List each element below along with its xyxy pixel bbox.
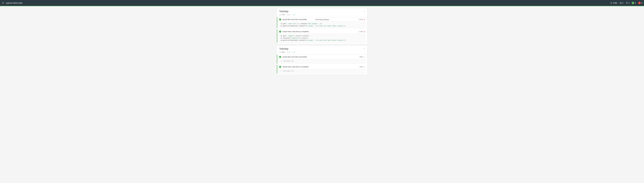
stat-failures: 0 — [638, 2, 642, 4]
pass-icon — [279, 31, 281, 33]
test-duration-value: 36ms — [360, 56, 363, 58]
test-duration-value: 1.913s — [358, 19, 363, 20]
test-item: should add a new todo successfully 36ms … — [277, 55, 367, 64]
header-suites-value: 2 — [622, 2, 624, 4]
svg-point-3 — [610, 2, 612, 4]
test-name: should mark a todo item as completed — [282, 66, 360, 68]
header-failures-value: 0 — [642, 2, 642, 4]
test-row[interactable]: should add a new todo successfully 36ms — [277, 55, 367, 59]
suite-passes-value: 2 — [294, 14, 295, 16]
test-item: should add a new todo successfully Gener… — [277, 17, 367, 28]
header-stats: 3.98s 2 4 4 0 — [610, 2, 642, 4]
clipboard-icon — [287, 14, 289, 16]
center-message: Generating Report — [315, 19, 329, 21]
test-duration: 1.139s — [358, 31, 365, 33]
page-title: cypress-demo-todo — [6, 2, 22, 4]
pass-icon — [279, 66, 281, 68]
test-name: should add a new todo successfully — [282, 56, 360, 58]
stopwatch-icon — [279, 14, 281, 16]
pass-badge-icon — [632, 2, 634, 4]
suite-tests-value: 2 — [289, 14, 290, 16]
test-item: should mark a todo item as completed 10m… — [277, 65, 367, 73]
suite-title: TodoApp — [279, 10, 365, 13]
suite-title: TodoApp — [279, 48, 365, 50]
pass-icon — [279, 56, 281, 58]
test-row[interactable]: should mark a todo item as completed 1.1… — [277, 30, 367, 34]
stopwatch-icon — [279, 51, 281, 53]
suite-header[interactable]: TodoApp — [277, 46, 367, 50]
chevron-up-icon[interactable] — [364, 48, 365, 50]
app-header: cypress-demo-todo 3.98s 2 4 4 — [0, 0, 644, 6]
test-code: cy.get('.toggle').first().click(); cy.co… — [279, 34, 365, 43]
suite-tests: 2 — [287, 14, 290, 16]
test-name: should mark a todo item as completed — [282, 31, 358, 33]
stat-tests: 4 — [626, 2, 630, 4]
suite-stats: 3.52s 2 2 — [277, 13, 367, 17]
stat-suites: 2 — [620, 2, 624, 4]
suite-passes: 2 — [292, 14, 295, 16]
check-icon — [292, 51, 294, 53]
report-content: TodoApp 3.52s 2 2 should add a new todo … — [277, 8, 367, 75]
pass-icon — [279, 19, 281, 21]
clipboard-icon — [626, 2, 628, 4]
suite-card: TodoApp 46ms 2 2 should add a new todo s… — [277, 46, 367, 75]
stopwatch-icon — [364, 56, 365, 58]
suite-stats: 46ms 2 2 — [277, 50, 367, 55]
test-row[interactable]: should add a new todo successfully Gener… — [277, 17, 367, 22]
stopwatch-icon — [364, 66, 365, 68]
suite-passes: 2 — [292, 51, 295, 53]
suite-passes-value: 2 — [294, 51, 295, 53]
chevron-up-icon[interactable] — [364, 10, 365, 12]
test-duration: 36ms — [360, 56, 365, 58]
stopwatch-icon — [364, 19, 365, 20]
header-tests-value: 4 — [628, 2, 630, 4]
test-row[interactable]: should mark a todo item as completed 10m… — [277, 65, 367, 69]
stopwatch-icon — [610, 2, 612, 4]
header-passes-value: 4 — [635, 2, 636, 4]
test-item: should mark a todo item as completed 1.1… — [277, 30, 367, 43]
suite-duration: 3.52s — [279, 14, 285, 16]
suite-tests: 2 — [287, 51, 290, 53]
header-duration-value: 3.98s — [613, 2, 617, 4]
clipboard-icon — [287, 51, 289, 53]
suite-duration-value: 46ms — [281, 51, 285, 53]
menu-icon[interactable] — [2, 2, 5, 5]
test-duration: 1.913s — [358, 19, 365, 20]
stat-duration: 3.98s — [610, 2, 617, 4]
check-icon — [292, 14, 294, 16]
suite-tests-value: 2 — [289, 51, 290, 53]
stat-passes: 4 — [632, 2, 636, 4]
svg-rect-7 — [620, 3, 622, 4]
test-code: cy.get('.todo-list li').should('have.len… — [279, 22, 365, 28]
test-duration-value: 10ms — [360, 66, 363, 68]
stopwatch-icon — [364, 31, 365, 33]
test-code: // IMPLEMENT ME! — [279, 59, 365, 64]
suite-card: TodoApp 3.52s 2 2 should add a new todo … — [277, 8, 367, 44]
fail-badge-icon — [638, 2, 641, 4]
suite-header[interactable]: TodoApp — [277, 8, 367, 13]
test-code: // IMPLEMENT ME! — [279, 69, 365, 73]
suites-icon — [620, 2, 622, 4]
suite-duration-value: 3.52s — [281, 14, 285, 16]
suite-duration: 46ms — [279, 51, 285, 53]
test-duration-value: 1.139s — [358, 31, 363, 33]
test-duration: 10ms — [360, 66, 365, 68]
